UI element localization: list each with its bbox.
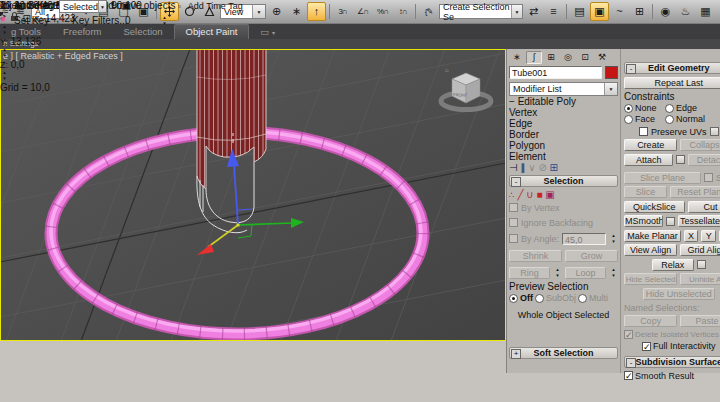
viewcube-home-icon[interactable]: ⌂ <box>445 67 449 73</box>
msmooth-button[interactable]: MSmooth <box>624 215 663 227</box>
y-coordinate-field[interactable]: 13,136 <box>11 36 42 47</box>
polygon-subobject-button[interactable]: ■ <box>536 189 542 200</box>
angle-snap-toggle[interactable]: ∠∩ <box>353 2 372 21</box>
cut-button[interactable]: Cut <box>688 201 720 213</box>
edge-subobject-button[interactable]: ╱ <box>518 189 524 200</box>
stack-item-border[interactable]: Border <box>509 129 618 140</box>
named-selection-sets-combo[interactable]: Create Selection Se ▼ <box>439 4 523 19</box>
pin-stack-button[interactable]: ⊣ <box>509 162 518 173</box>
align-button[interactable]: ≡ <box>544 2 563 21</box>
edit-named-selection-sets-button[interactable]: {✎ <box>419 2 438 21</box>
constraint-edge-radio[interactable] <box>665 104 674 113</box>
stack-item-editable-poly[interactable]: − Editable Poly <box>509 96 618 107</box>
slice-button[interactable]: Slice <box>624 186 667 198</box>
rollout-soft-selection[interactable]: + Soft Selection <box>509 347 618 359</box>
percent-snap-toggle[interactable]: %∩ <box>373 2 392 21</box>
copy-button[interactable]: Copy <box>624 315 677 327</box>
modifier-list-combo[interactable]: Modifier List ▼ <box>509 82 618 96</box>
set-key-button[interactable]: Set Key <box>14 15 56 28</box>
vertex-subobject-button[interactable]: ∴ <box>509 190 515 200</box>
stack-item-element[interactable]: Element <box>509 151 618 162</box>
rollout-subdivision-surface[interactable]: - Subdivision Surface <box>624 356 720 368</box>
grid-align-button[interactable]: Grid Align <box>680 244 720 256</box>
constraint-normal-radio[interactable] <box>665 115 674 124</box>
attach-button[interactable]: Attach <box>624 154 673 166</box>
tab-motion[interactable]: ◎ <box>560 51 576 64</box>
make-unique-button[interactable]: ∨ <box>528 162 535 173</box>
msmooth-settings-button[interactable] <box>666 217 675 226</box>
render-setup-button[interactable]: ♨ <box>676 2 695 21</box>
add-time-tag-label[interactable]: Add Time Tag <box>188 1 243 11</box>
loop-spinner[interactable]: ▴▾ <box>609 267 618 279</box>
stack-item-edge[interactable]: Edge <box>509 118 618 129</box>
maximize-viewport-button[interactable]: ▣ <box>121 0 130 11</box>
rollout-selection[interactable]: - Selection <box>509 175 618 187</box>
by-angle-spinner[interactable]: ▴▾ <box>609 233 618 245</box>
use-pivot-center-button[interactable]: ⊕ <box>267 2 286 21</box>
grow-button[interactable]: Grow <box>565 250 618 262</box>
repeat-last-button[interactable]: Repeat Last <box>624 77 720 89</box>
slice-plane-button[interactable]: Slice Plane <box>624 172 701 184</box>
show-end-result-button[interactable]: ∥ <box>521 162 526 173</box>
hide-selected-button[interactable]: Hide Selected <box>624 273 677 285</box>
unhide-all-button[interactable]: Unhide All <box>680 273 720 285</box>
rollout-edit-geometry[interactable]: - Edit Geometry <box>624 62 720 74</box>
frame-spinner[interactable]: ▴▾ <box>160 15 169 27</box>
tab-modify[interactable]: ʃ <box>526 51 542 64</box>
key-filter-combo[interactable]: Selected ▼ <box>59 0 107 13</box>
attach-settings-button[interactable] <box>676 155 685 164</box>
quickslice-button[interactable]: QuickSlice <box>624 201 685 213</box>
tessellate-button[interactable]: Tessellate <box>678 215 720 227</box>
reset-plane-button[interactable]: Reset Plane <box>670 186 720 198</box>
material-editor-button[interactable]: ◉ <box>656 2 675 21</box>
loop-button[interactable]: Loop <box>565 267 606 279</box>
default-tangents-button[interactable]: ~ <box>59 15 70 28</box>
keyboard-override-toggle[interactable]: ↑ <box>307 2 326 21</box>
object-name-field[interactable]: Tube001 <box>509 66 602 79</box>
smooth-result-checkbox[interactable]: ✓ <box>624 371 633 380</box>
split-checkbox[interactable] <box>704 173 713 182</box>
remove-modifier-button[interactable]: ⊘ <box>538 162 546 173</box>
hide-unselected-button[interactable]: Hide Unselected <box>643 288 715 300</box>
spinner-snap-toggle[interactable]: ↕∩ <box>393 2 412 21</box>
time-tag-toggle-button[interactable]: ▫ <box>178 2 181 11</box>
auto-key-button[interactable]: Auto Key <box>14 0 56 13</box>
viewcube-face-label[interactable]: FRONT <box>453 92 468 98</box>
stack-item-polygon[interactable]: Polygon <box>509 140 618 151</box>
by-angle-field[interactable]: 45,0 <box>562 233 606 245</box>
mirror-button[interactable]: ⇄ <box>524 2 543 21</box>
layer-manager-button[interactable]: ▣ <box>590 2 609 21</box>
make-planar-button[interactable]: Make Planar <box>624 230 681 242</box>
by-angle-checkbox[interactable] <box>509 234 518 243</box>
preview-off-radio[interactable] <box>509 294 518 303</box>
curve-editor-button[interactable]: ~ <box>610 2 629 21</box>
stack-item-vertex[interactable]: Vertex <box>509 107 618 118</box>
planar-x-button[interactable]: X <box>684 230 699 242</box>
snap-toggle-3d[interactable]: 3∩ <box>333 2 352 21</box>
shrink-button[interactable]: Shrink <box>509 250 562 262</box>
object-color-swatch[interactable] <box>605 66 618 79</box>
ignore-backfacing-checkbox[interactable] <box>509 218 518 227</box>
preserve-uvs-checkbox[interactable] <box>639 127 648 136</box>
ribbon-minimize-button[interactable]: ▭ ▾ <box>249 25 286 39</box>
preview-subobj-radio[interactable] <box>535 294 544 303</box>
y-spinner[interactable]: ▴▾ <box>0 47 9 59</box>
ring-spinner[interactable]: ▴▾ <box>553 267 562 279</box>
relax-settings-button[interactable] <box>697 260 706 269</box>
by-vertex-checkbox[interactable] <box>509 203 518 212</box>
collapse-icon[interactable]: − <box>509 96 515 107</box>
constraint-none-radio[interactable] <box>624 104 633 113</box>
view-align-button[interactable]: View Align <box>624 244 677 256</box>
tab-utilities[interactable]: ⚒ <box>594 51 610 64</box>
create-button[interactable]: Create <box>624 139 677 151</box>
paste-button[interactable]: Paste <box>680 315 720 327</box>
collapse-button[interactable]: Collapse <box>680 139 720 151</box>
tab-hierarchy[interactable]: ⊞ <box>543 51 559 64</box>
ring-button[interactable]: Ring <box>509 267 550 279</box>
preserve-uvs-settings-button[interactable] <box>710 127 719 136</box>
preview-multi-radio[interactable] <box>578 294 587 303</box>
schematic-view-button[interactable]: ⊞ <box>630 2 649 21</box>
border-subobject-button[interactable]: ∪ <box>526 189 533 200</box>
select-and-manipulate-button[interactable]: ∗ <box>287 2 306 21</box>
current-frame-field[interactable]: 0 <box>125 15 159 26</box>
